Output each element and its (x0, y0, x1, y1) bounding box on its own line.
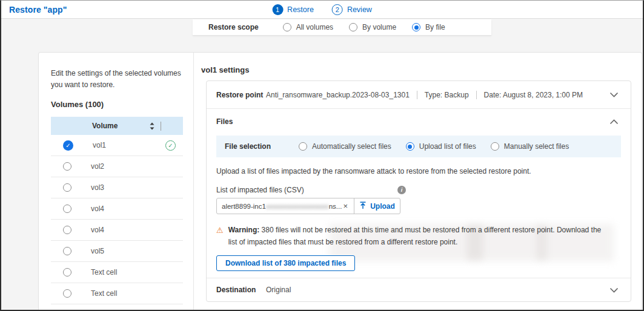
row-radio-icon[interactable] (63, 289, 71, 298)
csv-label-row: List of impacted files (CSV) i (216, 186, 406, 194)
radio-checked-icon (412, 23, 420, 31)
step-1-label: Restore (287, 5, 314, 14)
row-radio-icon[interactable] (63, 268, 71, 277)
radio-unchecked-icon (283, 23, 291, 31)
file-name-suffix: ns... (329, 203, 342, 210)
separator (417, 91, 417, 99)
files-label: Files (216, 117, 266, 126)
chevron-up-icon[interactable] (607, 117, 621, 127)
restore-point-section: Restore point Anti_ransomware_backup.202… (207, 81, 631, 109)
sort-arrows-icon[interactable] (149, 122, 155, 131)
radio-unchecked-icon (299, 142, 307, 151)
volumes-table-header[interactable]: Volume (51, 117, 183, 135)
restore-point-date: Date: August 8, 2023, 1:00 PM (484, 91, 583, 99)
chevron-down-icon[interactable] (607, 285, 621, 295)
app-header: Restore "app" 1 Restore 2 Review (1, 1, 643, 19)
scope-option-by-volume[interactable]: By volume (349, 23, 396, 31)
file-name-redacted: xxxxxxxxxxxxxxxxxxxx (266, 203, 329, 210)
table-row-vol1[interactable]: ✓ vol1 ✓ (51, 135, 183, 156)
selected-checkbox-icon[interactable]: ✓ (63, 140, 73, 151)
step-review[interactable]: 2 Review (332, 4, 372, 15)
step-restore[interactable]: 1 Restore (272, 4, 314, 15)
step-2-label: Review (347, 5, 372, 14)
info-icon[interactable]: i (397, 186, 406, 194)
volumes-panel: Edit the settings of the selected volume… (39, 53, 194, 311)
upload-icon (359, 201, 367, 211)
row-radio-icon[interactable] (63, 205, 71, 213)
download-impacted-files-button[interactable]: Download list of 380 impacted files (216, 255, 355, 271)
upload-button-label: Upload (370, 202, 395, 211)
table-row-vol4[interactable]: vol4 (51, 198, 183, 220)
table-row-vol3[interactable]: vol3 (51, 177, 183, 198)
restore-scope-bar: Restore scope All volumes By volume By f… (193, 19, 491, 36)
settings-panel: vol1 settings Restore point Anti_ransomw… (194, 53, 642, 311)
separator (476, 91, 477, 99)
volumes-table: Volume ✓ vol1 ✓ vol2 vol3 (51, 117, 183, 311)
impacted-files-input: alert8899-inc1 xxxxxxxxxxxxxxxxxxxx ns..… (216, 198, 400, 214)
restore-point-label: Restore point (216, 91, 266, 99)
restore-point-type: Type: Backup (425, 91, 469, 99)
step-2-circle: 2 (332, 4, 343, 15)
upload-button[interactable]: Upload (354, 198, 400, 214)
table-row-textcell-1[interactable]: Text cell (51, 262, 183, 283)
upload-instruction: Upload a list of files impacted by the r… (216, 167, 621, 175)
row-radio-icon[interactable] (63, 247, 71, 255)
destination-value: Original (266, 286, 291, 294)
table-row-vol2[interactable]: vol2 (51, 156, 183, 177)
file-option-manual[interactable]: Manually select files (491, 142, 569, 151)
destination-section: Destination Original (207, 278, 631, 301)
radio-checked-icon (406, 142, 414, 151)
file-name-prefix: alert8899-inc1 (222, 203, 266, 210)
volumes-count-title: Volumes (100) (51, 100, 182, 109)
destination-label: Destination (216, 286, 266, 294)
warning-message: ⚠ Warning: 380 files will not be restore… (216, 224, 621, 249)
radio-unchecked-icon (491, 142, 499, 151)
table-row-textcell-3[interactable]: Text cell (51, 304, 183, 311)
table-row-textcell-2[interactable]: Text cell (51, 283, 183, 304)
files-section-header: Files (207, 109, 631, 134)
restore-scope-label: Restore scope (208, 23, 259, 31)
file-selection-bar: File selection Automatically select file… (216, 136, 621, 157)
scope-option-all-volumes[interactable]: All volumes (283, 23, 333, 31)
step-1-circle: 1 (272, 4, 283, 15)
restore-wizard-screen: Restore "app" 1 Restore 2 Review Restore… (0, 0, 644, 311)
restore-point-backup-name: Anti_ransomware_backup.2023-08-03_1301 (266, 91, 410, 99)
scope-option-by-file[interactable]: By file (412, 23, 445, 31)
column-resizer-handle[interactable] (161, 122, 161, 131)
table-row-vol5[interactable]: vol5 (51, 241, 183, 262)
csv-label: List of impacted files (CSV) (216, 186, 304, 194)
volume-column-header: Volume (92, 122, 118, 130)
warning-icon: ⚠ (216, 224, 224, 249)
chevron-down-icon[interactable] (607, 90, 621, 100)
file-option-automatic[interactable]: Automatically select files (299, 142, 391, 151)
file-option-upload-list[interactable]: Upload list of files (406, 142, 476, 151)
settings-title: vol1 settings (201, 65, 631, 74)
settings-card: Restore point Anti_ransomware_backup.202… (206, 80, 631, 302)
panel-description: Edit the settings of the selected volume… (51, 68, 188, 90)
row-radio-icon[interactable] (63, 183, 71, 192)
row-radio-icon[interactable] (63, 162, 71, 171)
row-radio-icon[interactable] (63, 226, 71, 234)
wizard-steps: 1 Restore 2 Review (272, 4, 372, 15)
main-content-card: Edit the settings of the selected volume… (38, 52, 642, 311)
file-selection-label: File selection (225, 142, 271, 151)
warning-label: Warning: (228, 226, 260, 234)
close-icon[interactable]: × (342, 201, 349, 211)
files-section-body: Upload a list of files impacted by the r… (207, 157, 631, 271)
radio-unchecked-icon (349, 23, 357, 31)
warning-text: Warning: 380 files will not be restored … (228, 224, 611, 249)
table-row-vol4b[interactable]: vol4 (51, 220, 183, 241)
page-title: Restore "app" (1, 5, 67, 15)
uploaded-file-chip: alert8899-inc1 xxxxxxxxxxxxxxxxxxxx ns..… (217, 198, 354, 214)
success-check-icon: ✓ (165, 140, 176, 151)
